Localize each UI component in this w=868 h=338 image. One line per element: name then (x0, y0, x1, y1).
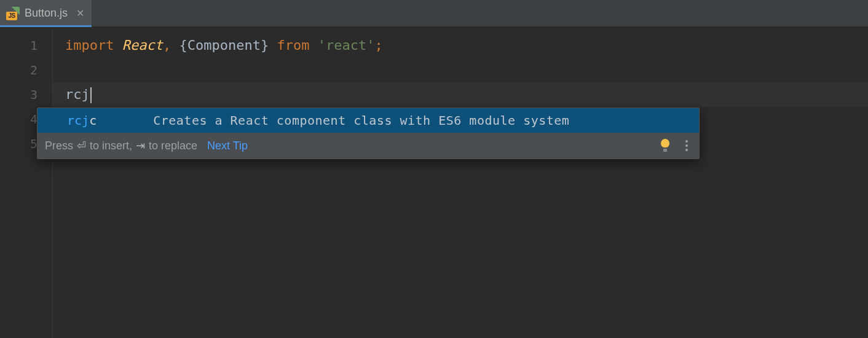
line-number: 4 (0, 107, 37, 132)
line-number: 2 (0, 58, 37, 82)
tab-button-js[interactable]: JS Button.js ✕ (0, 0, 92, 26)
line-number: 3 (0, 82, 37, 107)
tab-bar: JS Button.js ✕ (0, 0, 868, 27)
editor: 1 2 3 4 5 import React, {Component} from… (0, 27, 868, 338)
code-area[interactable]: import React, {Component} from 'react'; … (53, 27, 868, 338)
hint-replace: to replace (149, 140, 197, 152)
tab-filename: Button.js (25, 7, 68, 20)
line-number: 5 (0, 132, 37, 156)
hint-press: Press (45, 140, 73, 152)
js-file-icon: JS (6, 7, 20, 20)
autocomplete-popup: rcjc Creates a React component class wit… (37, 108, 700, 159)
code-line-2 (65, 58, 868, 82)
tab-key-icon: ⇥ (136, 139, 145, 152)
more-icon[interactable] (683, 138, 690, 154)
line-number: 1 (0, 33, 37, 58)
close-icon[interactable]: ✕ (76, 7, 84, 19)
line-gutter: 1 2 3 4 5 (0, 27, 53, 338)
autocomplete-match: rcj (67, 113, 89, 128)
enter-key-icon: ⏎ (77, 139, 86, 152)
autocomplete-description: Creates a React component class with ES6… (153, 113, 569, 128)
autocomplete-item[interactable]: rcjc Creates a React component class wit… (37, 108, 699, 133)
text-caret (90, 87, 92, 103)
autocomplete-hint-bar: Press ⏎ to insert, ⇥ to replace Next Tip (37, 133, 699, 159)
code-line-1: import React, {Component} from 'react'; (65, 33, 868, 58)
hint-insert: to insert, (90, 140, 132, 152)
autocomplete-rest: c (89, 113, 97, 128)
code-line-3: rcj (53, 82, 868, 107)
next-tip-link[interactable]: Next Tip (207, 140, 248, 152)
lightbulb-icon[interactable] (660, 139, 671, 152)
